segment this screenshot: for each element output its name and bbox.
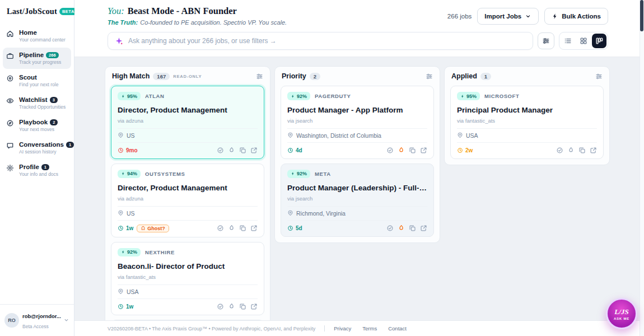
copy-action-button[interactable]: [239, 303, 246, 310]
fab-subtitle: ASK ME: [614, 317, 629, 320]
copy-action-button[interactable]: [409, 147, 416, 154]
column-count-badge: 2: [310, 73, 320, 80]
copy-action-button[interactable]: [239, 225, 246, 232]
readonly-tag: READ-ONLY: [173, 74, 202, 79]
flame-action-button[interactable]: [398, 147, 405, 154]
check-action-button[interactable]: [556, 147, 563, 154]
check-action-button[interactable]: [217, 147, 224, 154]
page-scrollbar[interactable]: [640, 0, 644, 336]
flame-action-button[interactable]: [398, 225, 405, 232]
user-menu[interactable]: RO rob@rjorndor... Beta Access: [0, 304, 74, 336]
sidebar-item-profile[interactable]: Profile1Your info and docs: [3, 160, 71, 181]
job-card[interactable]: 92% NEXTHIRE Beacon.li- Director of Prod…: [111, 242, 264, 315]
nav-label: Profile: [19, 164, 39, 170]
copy-icon: [239, 225, 246, 232]
list-view-button[interactable]: [561, 34, 575, 48]
flame-action-button[interactable]: [228, 303, 235, 310]
check-circle-icon: [217, 303, 224, 310]
job-card[interactable]: 95% ATLAN Director, Product Management v…: [111, 86, 264, 159]
ai-search-bar[interactable]: [108, 32, 533, 50]
flame-action-button[interactable]: [228, 225, 235, 232]
copy-action-button[interactable]: [239, 147, 246, 154]
sidebar-item-conversations[interactable]: Conversations1AI session history: [3, 137, 71, 158]
open-job-button[interactable]: [250, 303, 258, 310]
check-action-button[interactable]: [386, 147, 394, 154]
check-circle-icon: [556, 147, 563, 154]
company-name: OUTSYSTEMS: [145, 171, 185, 177]
job-title: Director, Product Management: [118, 184, 258, 193]
contact-link[interactable]: Contact: [388, 325, 407, 332]
check-action-button[interactable]: [217, 225, 224, 232]
bulk-actions-button[interactable]: Bulk Actions: [544, 8, 608, 25]
sliders-icon: [426, 73, 433, 80]
copy-icon: [239, 303, 246, 310]
check-circle-icon: [386, 225, 394, 232]
page-footer: V20260208-BETA • The Axis Praxis Group™ …: [74, 320, 644, 336]
scrollbar-thumb[interactable]: [640, 0, 643, 31]
column-sort-button[interactable]: [595, 73, 603, 80]
app-logo: Last/JobScout: [7, 7, 57, 16]
map-pin-icon: [457, 132, 463, 138]
job-card[interactable]: 92% PAGERDUTY Product Manager - App Plat…: [281, 86, 434, 159]
sidebar-item-playbook[interactable]: Playbook2Your next moves: [3, 115, 71, 136]
column-sort-button[interactable]: [256, 73, 263, 80]
terms-link[interactable]: Terms: [362, 325, 377, 332]
job-age: 9mo: [118, 147, 138, 153]
flame-icon: [398, 225, 405, 232]
search-input[interactable]: [128, 37, 526, 45]
map-pin-icon: [287, 210, 293, 216]
sidebar-item-pipeline[interactable]: Pipeline266Track your progress: [3, 48, 71, 69]
job-location: Richmond, Virginia: [287, 206, 427, 220]
open-job-button[interactable]: [590, 147, 597, 154]
match-score-badge: 92%: [287, 170, 310, 178]
check-action-button[interactable]: [217, 303, 224, 310]
ask-me-fab-button[interactable]: L/JS ASK ME: [606, 298, 637, 329]
company-name: MICROSOFT: [484, 93, 519, 99]
nav-desc: Find your next role: [19, 82, 68, 87]
privacy-link[interactable]: Privacy: [334, 325, 351, 332]
open-job-button[interactable]: [250, 147, 258, 154]
sidebar-item-home[interactable]: HomeYour command center: [3, 25, 71, 46]
truth-label: The Truth:: [108, 19, 138, 26]
bolt-icon: [291, 171, 295, 176]
external-link-icon: [250, 147, 258, 154]
footer-divider: [324, 325, 325, 332]
playbook-count-badge: 2: [50, 119, 58, 125]
open-job-button[interactable]: [420, 147, 427, 154]
bolt-icon: [121, 250, 125, 254]
sparkle-icon: [115, 37, 123, 45]
column-title: Applied: [451, 72, 477, 80]
nav-desc: AI session history: [19, 149, 74, 155]
flame-action-button[interactable]: [567, 147, 575, 154]
open-job-button[interactable]: [420, 225, 427, 232]
job-location: Washington, District of Columbia: [287, 128, 427, 142]
filters-button[interactable]: [538, 32, 554, 49]
open-job-button[interactable]: [250, 225, 258, 232]
kanban-board: High Match 167 READ-ONLY 95% ATLAN Direc…: [74, 57, 644, 320]
kanban-icon: [595, 37, 603, 45]
external-link-icon: [590, 147, 597, 154]
page-header: You:Beast Mode - ABN Founder The Truth:C…: [74, 0, 644, 57]
import-jobs-button[interactable]: Import Jobs: [477, 8, 539, 25]
external-link-icon: [420, 225, 427, 232]
flame-action-button[interactable]: [228, 147, 235, 154]
job-card[interactable]: 95% MICROSOFT Principal Product Manager …: [450, 86, 604, 159]
job-title: Principal Product Manager: [457, 106, 597, 115]
column-sort-button[interactable]: [426, 73, 433, 80]
copy-action-button[interactable]: [578, 147, 586, 154]
sidebar-item-scout[interactable]: ScoutFind your next role: [3, 70, 71, 91]
job-card[interactable]: 94% OUTSYSTEMS Director, Product Managem…: [111, 164, 264, 237]
job-card[interactable]: 92% META Product Manager (Leadership) - …: [281, 164, 434, 237]
column-count-badge: 1: [480, 73, 491, 80]
sliders-icon: [595, 73, 603, 80]
kanban-column-priority: Priority 2 92% PAGERDUTY Product Manager…: [274, 66, 440, 243]
job-age: 1w: [118, 225, 133, 231]
truth-line: The Truth:Co-founded to PE acquisition. …: [108, 19, 287, 26]
avatar: RO: [4, 313, 19, 328]
grid-view-button[interactable]: [576, 34, 591, 48]
sidebar-item-watchlist[interactable]: Watchlist3Tracked Opportunities: [3, 92, 71, 114]
profile-mode-title: Beast Mode - ABN Founder: [128, 6, 237, 16]
check-action-button[interactable]: [386, 225, 394, 232]
copy-action-button[interactable]: [409, 225, 416, 232]
kanban-view-button[interactable]: [592, 34, 606, 48]
